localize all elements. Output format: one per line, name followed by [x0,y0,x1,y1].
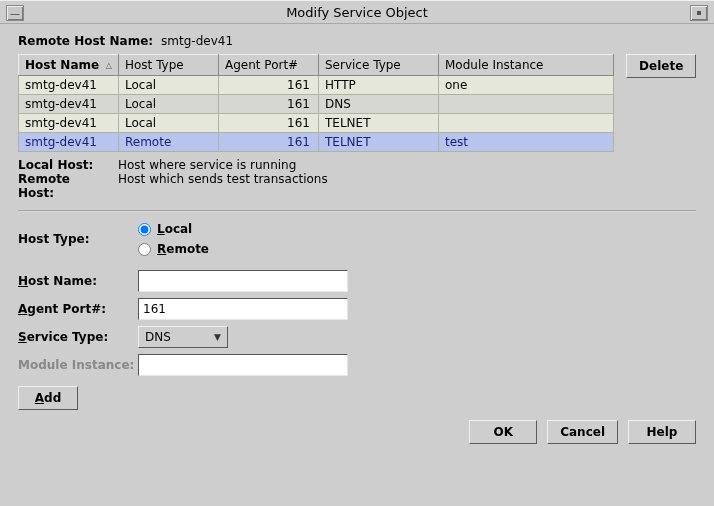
table-row[interactable]: smtg-dev41Remote161TELNETtest [19,133,614,152]
radio-local[interactable]: Local [138,222,209,236]
ok-button[interactable]: OK [469,420,537,444]
table-row[interactable]: smtg-dev41Local161DNS [19,95,614,114]
service-type-label: Service Type: [18,330,138,344]
window-menu-icon[interactable]: — [6,5,24,21]
cell-module_instance [439,114,614,133]
legend-remote-desc: Host which sends test transactions [118,172,328,186]
radio-remote-input[interactable] [138,243,151,256]
cell-service_type: HTTP [319,76,439,95]
help-button[interactable]: Help [628,420,696,444]
cell-module_instance: test [439,133,614,152]
cell-module_instance: one [439,76,614,95]
cell-module_instance [439,95,614,114]
col-host-type[interactable]: Host Type [119,55,219,76]
remote-host-value: smtg-dev41 [161,34,233,48]
host-name-label: Host Name: [18,274,138,288]
col-host-name-label: Host Name [25,58,99,72]
cell-host_name: smtg-dev41 [19,133,119,152]
add-button[interactable]: Add [18,386,78,410]
separator [18,210,696,212]
cell-agent_port: 161 [219,95,319,114]
col-agent-port[interactable]: Agent Port# [219,55,319,76]
col-service-type[interactable]: Service Type [319,55,439,76]
table-row[interactable]: smtg-dev41Local161TELNET [19,114,614,133]
service-table[interactable]: Host Name △ Host Type Agent Port# Servic… [18,54,614,152]
cell-host_name: smtg-dev41 [19,95,119,114]
cell-host_name: smtg-dev41 [19,76,119,95]
delete-button[interactable]: Delete [626,54,696,78]
delete-button-label: Delete [639,59,683,73]
module-instance-input[interactable] [138,354,348,376]
table-row[interactable]: smtg-dev41Local161HTTPone [19,76,614,95]
cell-host_type: Local [119,76,219,95]
cell-service_type: TELNET [319,133,439,152]
legend-local-desc: Host where service is running [118,158,296,172]
cell-service_type: DNS [319,95,439,114]
radio-remote[interactable]: Remote [138,242,209,256]
cell-host_name: smtg-dev41 [19,114,119,133]
radio-local-input[interactable] [138,223,151,236]
cell-service_type: TELNET [319,114,439,133]
service-type-select[interactable]: DNS ▼ [138,326,228,348]
agent-port-input[interactable] [138,298,348,320]
host-type-label: Host Type: [18,232,138,246]
cell-agent_port: 161 [219,114,319,133]
cancel-button[interactable]: Cancel [547,420,618,444]
cell-host_type: Local [119,95,219,114]
cell-host_type: Remote [119,133,219,152]
dialog-footer: OK Cancel Help [18,420,696,444]
legend-remote-label: Remote Host: [18,172,108,200]
cell-agent_port: 161 [219,76,319,95]
remote-host-label: Remote Host Name: [18,34,153,48]
col-module-instance[interactable]: Module Instance [439,55,614,76]
legend-local-label: Local Host: [18,158,108,172]
service-type-value: DNS [145,330,171,344]
legend: Local Host: Host where service is runnin… [18,158,696,200]
chevron-down-icon: ▼ [214,332,221,342]
window-title: Modify Service Object [286,5,428,20]
window-max-icon[interactable] [690,5,708,21]
cell-agent_port: 161 [219,133,319,152]
agent-port-label: Agent Port#: [18,302,138,316]
remote-host-header: Remote Host Name: smtg-dev41 [18,34,696,48]
col-host-name[interactable]: Host Name △ [19,55,119,76]
host-name-input[interactable] [138,270,348,292]
sort-asc-icon: △ [106,61,112,70]
titlebar: — Modify Service Object [0,0,714,24]
module-instance-label: Module Instance: [18,358,138,372]
cell-host_type: Local [119,114,219,133]
